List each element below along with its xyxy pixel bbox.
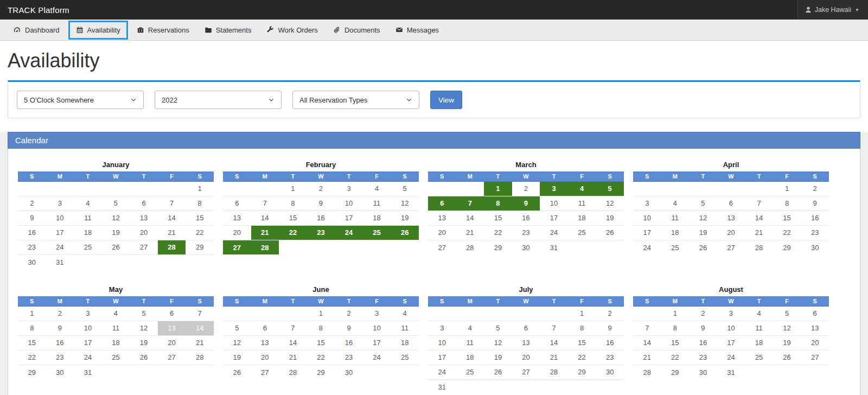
day-cell: 10 [46,211,74,225]
day-cell: 26 [596,225,624,240]
day-cell: 24 [363,350,391,365]
day-cell: 12 [773,321,801,335]
day-cell: 30 [512,240,540,254]
day-cell [223,306,251,321]
day-header-cell: S [391,296,419,306]
day-cell: 10 [717,321,745,335]
day-cell: 1 [186,181,214,196]
day-header-cell: T [130,171,158,181]
day-cell: 13 [158,321,186,335]
day-cell: 11 [661,211,690,225]
day-cell: 28 [186,350,214,365]
day-cell: 1 [661,306,690,321]
day-cell [456,379,484,394]
day-cell: 13 [801,321,829,335]
day-cell: 26 [484,365,512,379]
day-cell: 21 [745,225,773,240]
day-cell: 5 [484,321,512,335]
top-bar: TRACK Platform Jake Hawaii ▼ [0,0,868,20]
day-header-cell: F [363,171,391,181]
day-cell: 25 [74,240,102,254]
nav-item-availability[interactable]: Availability [68,21,128,40]
day-cell: 22 [568,350,596,365]
day-cell: 4 [745,306,773,321]
main-nav: Dashboard Availability Reservations Stat… [0,20,868,41]
day-cell: 4 [363,181,391,196]
nav-item-dashboard[interactable]: Dashboard [5,20,67,41]
day-cell: 12 [223,335,251,350]
day-cell: 3 [428,321,456,335]
nav-label: Dashboard [25,26,60,34]
year-select[interactable]: 2022 [155,91,282,109]
nav-item-messages[interactable]: Messages [388,20,446,41]
day-header-cell: W [717,171,745,181]
day-cell: 26 [391,225,419,240]
nav-item-documents[interactable]: Documents [326,20,388,41]
day-cell: 9 [18,211,46,225]
day-header-cell: S [633,296,661,306]
month-title: May [18,285,214,294]
nav-item-statements[interactable]: Statements [197,20,259,41]
day-cell: 30 [18,254,46,269]
calendar-icon [76,26,84,34]
day-cell: 2 [46,306,74,321]
day-cell [335,240,363,254]
day-cell [46,181,74,196]
day-header-cell: S [801,296,829,306]
user-name: Jake Hawaii [815,6,851,14]
day-cell: 25 [745,350,773,365]
day-header-cell: F [568,171,596,181]
day-cell: 13 [512,335,540,350]
day-cell: 28 [251,240,279,254]
day-cell: 2 [18,196,46,211]
day-cell [391,365,419,379]
day-cell: 10 [74,321,102,335]
day-cell: 19 [391,211,419,225]
property-select[interactable]: 5 O'Clock Somewhere [17,91,144,109]
month-march: MarchSMTWTFS1234567891011121314151617181… [428,161,624,269]
day-cell: 21 [540,350,568,365]
day-cell [596,379,624,394]
day-cell: 11 [568,196,596,211]
day-cell: 8 [568,321,596,335]
day-cell: 18 [74,225,102,240]
day-cell: 29 [661,365,690,379]
day-cell: 17 [540,211,568,225]
day-cell: 14 [251,211,279,225]
day-cell: 20 [801,335,829,350]
day-cell: 6 [158,306,186,321]
day-cell: 5 [773,306,801,321]
day-cell [130,365,158,379]
day-cell: 5 [102,196,130,211]
day-cell: 3 [717,306,745,321]
day-cell: 18 [391,335,419,350]
day-cell: 25 [456,365,484,379]
user-menu[interactable]: Jake Hawaii ▼ [797,0,868,20]
day-cell: 8 [661,321,690,335]
day-cell: 2 [512,181,540,196]
day-cell: 19 [689,225,717,240]
year-select-value: 2022 [162,96,177,104]
nav-item-reservations[interactable]: Reservations [129,20,197,41]
day-cell: 28 [633,365,661,379]
view-button[interactable]: View [430,91,462,109]
day-cell: 23 [596,350,624,365]
day-cell: 11 [456,335,484,350]
day-cell: 17 [633,225,661,240]
day-cell: 1 [773,181,801,196]
day-cell: 2 [307,181,335,196]
month-title: June [223,285,419,294]
day-cell: 28 [745,240,773,254]
day-cell: 5 [130,306,158,321]
day-cell: 7 [633,321,661,335]
day-cell: 2 [801,181,829,196]
day-cell: 3 [363,306,391,321]
reservation-type-select[interactable]: All Reservation Types [292,91,419,109]
day-cell [512,379,540,394]
day-cell: 11 [745,321,773,335]
day-cell [186,365,214,379]
day-cell [745,181,773,196]
day-cell: 30 [596,365,624,379]
nav-item-work-orders[interactable]: Work Orders [259,20,325,41]
day-cell [251,181,279,196]
